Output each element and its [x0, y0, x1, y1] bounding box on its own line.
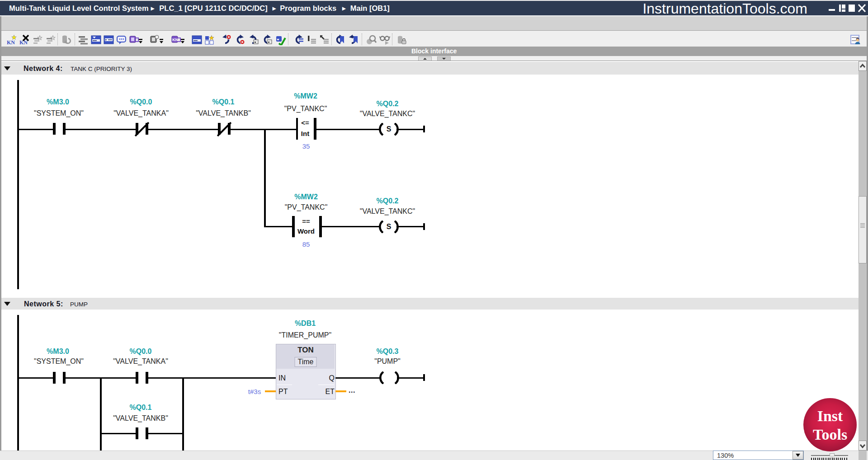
svg-text:KN: KN — [172, 38, 178, 42]
svg-text:KN: KN — [7, 39, 15, 45]
